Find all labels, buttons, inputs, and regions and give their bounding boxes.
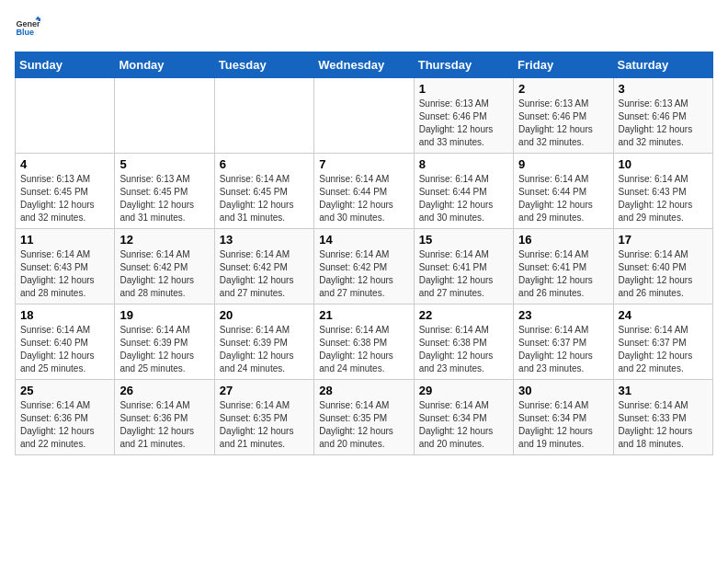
- day-number: 1: [419, 82, 508, 96]
- calendar-header-tuesday: Tuesday: [214, 52, 313, 78]
- calendar-cell: [16, 78, 115, 154]
- day-detail: Sunrise: 6:14 AM Sunset: 6:44 PM Dayligh…: [518, 173, 608, 224]
- day-number: 9: [518, 157, 608, 171]
- calendar-header-sunday: Sunday: [16, 52, 115, 78]
- calendar-cell: 10Sunrise: 6:14 AM Sunset: 6:43 PM Dayli…: [613, 154, 712, 229]
- calendar-cell: 26Sunrise: 6:14 AM Sunset: 6:36 PM Dayli…: [115, 380, 214, 455]
- calendar-cell: 13Sunrise: 6:14 AM Sunset: 6:42 PM Dayli…: [214, 229, 313, 304]
- day-number: 2: [518, 82, 608, 96]
- calendar-header-wednesday: Wednesday: [314, 52, 414, 78]
- calendar-cell: [214, 78, 313, 154]
- day-number: 31: [619, 384, 708, 397]
- calendar-cell: [314, 78, 414, 154]
- calendar-cell: 19Sunrise: 6:14 AM Sunset: 6:39 PM Dayli…: [115, 304, 214, 380]
- day-detail: Sunrise: 6:14 AM Sunset: 6:41 PM Dayligh…: [518, 248, 608, 300]
- calendar-cell: 12Sunrise: 6:14 AM Sunset: 6:42 PM Dayli…: [115, 229, 214, 304]
- svg-text:Blue: Blue: [16, 28, 34, 37]
- day-number: 26: [119, 384, 209, 397]
- day-detail: Sunrise: 6:14 AM Sunset: 6:40 PM Dayligh…: [20, 324, 109, 375]
- day-number: 17: [619, 233, 708, 247]
- calendar-cell: 8Sunrise: 6:14 AM Sunset: 6:44 PM Daylig…: [414, 154, 513, 229]
- day-number: 12: [119, 233, 209, 247]
- day-detail: Sunrise: 6:14 AM Sunset: 6:42 PM Dayligh…: [319, 248, 408, 300]
- calendar-cell: 14Sunrise: 6:14 AM Sunset: 6:42 PM Dayli…: [314, 229, 414, 304]
- day-detail: Sunrise: 6:14 AM Sunset: 6:35 PM Dayligh…: [220, 399, 309, 451]
- calendar-week-5: 25Sunrise: 6:14 AM Sunset: 6:36 PM Dayli…: [16, 380, 713, 455]
- day-detail: Sunrise: 6:14 AM Sunset: 6:44 PM Dayligh…: [419, 173, 508, 224]
- day-number: 24: [619, 308, 708, 322]
- day-number: 29: [419, 384, 508, 397]
- calendar-cell: 28Sunrise: 6:14 AM Sunset: 6:35 PM Dayli…: [314, 380, 414, 455]
- day-detail: Sunrise: 6:14 AM Sunset: 6:34 PM Dayligh…: [518, 399, 608, 451]
- day-number: 4: [20, 157, 109, 171]
- calendar-table: SundayMondayTuesdayWednesdayThursdayFrid…: [15, 52, 713, 455]
- calendar-cell: [115, 78, 214, 154]
- day-detail: Sunrise: 6:14 AM Sunset: 6:42 PM Dayligh…: [220, 248, 309, 300]
- day-number: 10: [619, 157, 708, 171]
- day-detail: Sunrise: 6:14 AM Sunset: 6:38 PM Dayligh…: [319, 324, 408, 375]
- calendar-cell: 15Sunrise: 6:14 AM Sunset: 6:41 PM Dayli…: [414, 229, 513, 304]
- calendar-header-monday: Monday: [115, 52, 214, 78]
- day-detail: Sunrise: 6:14 AM Sunset: 6:33 PM Dayligh…: [619, 399, 708, 451]
- day-detail: Sunrise: 6:13 AM Sunset: 6:46 PM Dayligh…: [419, 98, 508, 149]
- calendar-cell: 9Sunrise: 6:14 AM Sunset: 6:44 PM Daylig…: [514, 154, 613, 229]
- day-number: 5: [119, 157, 209, 171]
- day-number: 13: [220, 233, 309, 247]
- day-number: 6: [220, 157, 309, 171]
- day-number: 11: [20, 233, 109, 247]
- day-number: 28: [319, 384, 408, 397]
- calendar-cell: 7Sunrise: 6:14 AM Sunset: 6:44 PM Daylig…: [314, 154, 414, 229]
- calendar-cell: 31Sunrise: 6:14 AM Sunset: 6:33 PM Dayli…: [613, 380, 712, 455]
- calendar-cell: 30Sunrise: 6:14 AM Sunset: 6:34 PM Dayli…: [514, 380, 613, 455]
- day-number: 8: [419, 157, 508, 171]
- calendar-cell: 22Sunrise: 6:14 AM Sunset: 6:38 PM Dayli…: [414, 304, 513, 380]
- calendar-week-3: 11Sunrise: 6:14 AM Sunset: 6:43 PM Dayli…: [16, 229, 713, 304]
- day-number: 30: [518, 384, 608, 397]
- calendar-header-saturday: Saturday: [613, 52, 712, 78]
- day-detail: Sunrise: 6:14 AM Sunset: 6:40 PM Dayligh…: [619, 248, 708, 300]
- day-number: 20: [220, 308, 309, 322]
- day-number: 27: [220, 384, 309, 397]
- calendar-week-1: 1Sunrise: 6:13 AM Sunset: 6:46 PM Daylig…: [16, 78, 713, 154]
- logo-icon: General Blue: [15, 15, 40, 40]
- day-detail: Sunrise: 6:14 AM Sunset: 6:35 PM Dayligh…: [319, 399, 408, 451]
- day-number: 19: [119, 308, 209, 322]
- day-detail: Sunrise: 6:14 AM Sunset: 6:42 PM Dayligh…: [119, 248, 209, 300]
- calendar-cell: 27Sunrise: 6:14 AM Sunset: 6:35 PM Dayli…: [214, 380, 313, 455]
- calendar-header-friday: Friday: [514, 52, 613, 78]
- day-detail: Sunrise: 6:14 AM Sunset: 6:37 PM Dayligh…: [619, 324, 708, 375]
- day-detail: Sunrise: 6:14 AM Sunset: 6:45 PM Dayligh…: [220, 173, 309, 224]
- day-detail: Sunrise: 6:14 AM Sunset: 6:38 PM Dayligh…: [419, 324, 508, 375]
- day-detail: Sunrise: 6:14 AM Sunset: 6:34 PM Dayligh…: [419, 399, 508, 451]
- calendar-week-2: 4Sunrise: 6:13 AM Sunset: 6:45 PM Daylig…: [16, 154, 713, 229]
- day-number: 16: [518, 233, 608, 247]
- calendar-cell: 29Sunrise: 6:14 AM Sunset: 6:34 PM Dayli…: [414, 380, 513, 455]
- calendar-cell: 2Sunrise: 6:13 AM Sunset: 6:46 PM Daylig…: [514, 78, 613, 154]
- calendar-cell: 6Sunrise: 6:14 AM Sunset: 6:45 PM Daylig…: [214, 154, 313, 229]
- day-number: 15: [419, 233, 508, 247]
- calendar-cell: 25Sunrise: 6:14 AM Sunset: 6:36 PM Dayli…: [16, 380, 115, 455]
- page-header: General Blue: [15, 15, 713, 40]
- day-number: 21: [319, 308, 408, 322]
- day-detail: Sunrise: 6:14 AM Sunset: 6:41 PM Dayligh…: [419, 248, 508, 300]
- calendar-cell: 20Sunrise: 6:14 AM Sunset: 6:39 PM Dayli…: [214, 304, 313, 380]
- day-detail: Sunrise: 6:13 AM Sunset: 6:46 PM Dayligh…: [619, 98, 708, 149]
- day-detail: Sunrise: 6:14 AM Sunset: 6:44 PM Dayligh…: [319, 173, 408, 224]
- day-detail: Sunrise: 6:13 AM Sunset: 6:45 PM Dayligh…: [119, 173, 209, 224]
- day-detail: Sunrise: 6:13 AM Sunset: 6:46 PM Dayligh…: [518, 98, 608, 149]
- day-detail: Sunrise: 6:14 AM Sunset: 6:43 PM Dayligh…: [20, 248, 109, 300]
- calendar-cell: 24Sunrise: 6:14 AM Sunset: 6:37 PM Dayli…: [613, 304, 712, 380]
- logo: General Blue: [15, 15, 22, 40]
- calendar-cell: 3Sunrise: 6:13 AM Sunset: 6:46 PM Daylig…: [613, 78, 712, 154]
- day-detail: Sunrise: 6:14 AM Sunset: 6:39 PM Dayligh…: [220, 324, 309, 375]
- calendar-cell: 5Sunrise: 6:13 AM Sunset: 6:45 PM Daylig…: [115, 154, 214, 229]
- day-detail: Sunrise: 6:14 AM Sunset: 6:43 PM Dayligh…: [619, 173, 708, 224]
- day-number: 22: [419, 308, 508, 322]
- day-detail: Sunrise: 6:14 AM Sunset: 6:36 PM Dayligh…: [119, 399, 209, 451]
- calendar-cell: 23Sunrise: 6:14 AM Sunset: 6:37 PM Dayli…: [514, 304, 613, 380]
- day-number: 14: [319, 233, 408, 247]
- day-number: 23: [518, 308, 608, 322]
- calendar-week-4: 18Sunrise: 6:14 AM Sunset: 6:40 PM Dayli…: [16, 304, 713, 380]
- calendar-cell: 16Sunrise: 6:14 AM Sunset: 6:41 PM Dayli…: [514, 229, 613, 304]
- calendar-cell: 11Sunrise: 6:14 AM Sunset: 6:43 PM Dayli…: [16, 229, 115, 304]
